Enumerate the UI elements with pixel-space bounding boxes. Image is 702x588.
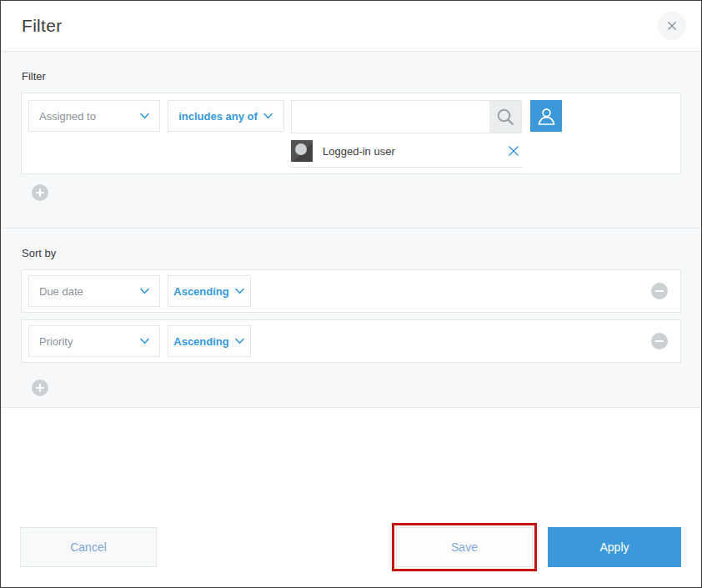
filter-dialog: Filter Filter Assigned to xyxy=(0,0,702,588)
chevron-down-icon xyxy=(263,113,273,119)
filter-section-label: Filter xyxy=(22,70,681,83)
filter-condition-card: Assigned to includes any of xyxy=(21,93,681,174)
search-button[interactable] xyxy=(489,101,521,133)
x-icon xyxy=(507,144,520,158)
sort-row: Due date Ascending xyxy=(21,269,681,313)
user-avatar-icon xyxy=(291,140,313,162)
chevron-down-icon xyxy=(139,338,150,344)
remove-sort-row-button[interactable] xyxy=(651,283,668,299)
cancel-button[interactable]: Cancel xyxy=(20,527,157,567)
sort-section-label: Sort by xyxy=(22,247,681,259)
sort-direction-select[interactable]: Ascending xyxy=(168,325,251,357)
sort-field-select[interactable]: Priority xyxy=(28,325,160,357)
sort-row: Priority Ascending xyxy=(21,319,681,363)
save-highlight-annotation: Save xyxy=(392,523,537,571)
apply-button[interactable]: Apply xyxy=(548,527,681,567)
add-sort-row-button[interactable] xyxy=(32,379,48,396)
field-select-value: Assigned to xyxy=(39,110,96,123)
dialog-body: Filter Assigned to includes any of xyxy=(1,51,701,408)
sort-field-value: Due date xyxy=(39,285,83,298)
user-picker-button[interactable] xyxy=(530,100,562,132)
operator-select-value: includes any of xyxy=(178,110,258,123)
filter-condition-controls: Assigned to includes any of xyxy=(28,100,674,133)
remove-sort-row-button[interactable] xyxy=(651,333,668,349)
close-button[interactable] xyxy=(658,12,686,40)
operator-select[interactable]: includes any of xyxy=(168,100,284,132)
user-tag: Logged-in user xyxy=(291,140,522,168)
section-divider xyxy=(1,228,701,229)
chevron-down-icon xyxy=(234,288,245,294)
dialog-footer: Cancel Save Apply xyxy=(1,408,701,587)
chevron-down-icon xyxy=(234,338,245,344)
dialog-title: Filter xyxy=(22,16,62,36)
user-search-box xyxy=(291,100,522,133)
footer-buttons: Cancel Save Apply xyxy=(20,523,681,571)
magnifier-icon xyxy=(496,108,515,127)
add-filter-condition-button[interactable] xyxy=(32,184,48,201)
person-icon xyxy=(535,105,558,128)
user-search-input[interactable] xyxy=(292,101,489,133)
sort-field-value: Priority xyxy=(39,335,73,348)
save-button[interactable]: Save xyxy=(396,527,533,567)
sort-direction-value: Ascending xyxy=(173,285,228,298)
dialog-header: Filter xyxy=(1,1,701,51)
chevron-down-icon xyxy=(139,113,150,119)
remove-tag-button[interactable] xyxy=(507,144,520,158)
chevron-down-icon xyxy=(139,288,150,294)
field-select[interactable]: Assigned to xyxy=(28,100,160,132)
selected-users-list: Logged-in user xyxy=(291,133,522,168)
close-icon xyxy=(666,20,678,32)
sort-direction-value: Ascending xyxy=(173,335,228,348)
user-tag-label: Logged-in user xyxy=(323,145,395,158)
sort-field-select[interactable]: Due date xyxy=(28,275,160,307)
sort-direction-select[interactable]: Ascending xyxy=(168,275,251,307)
